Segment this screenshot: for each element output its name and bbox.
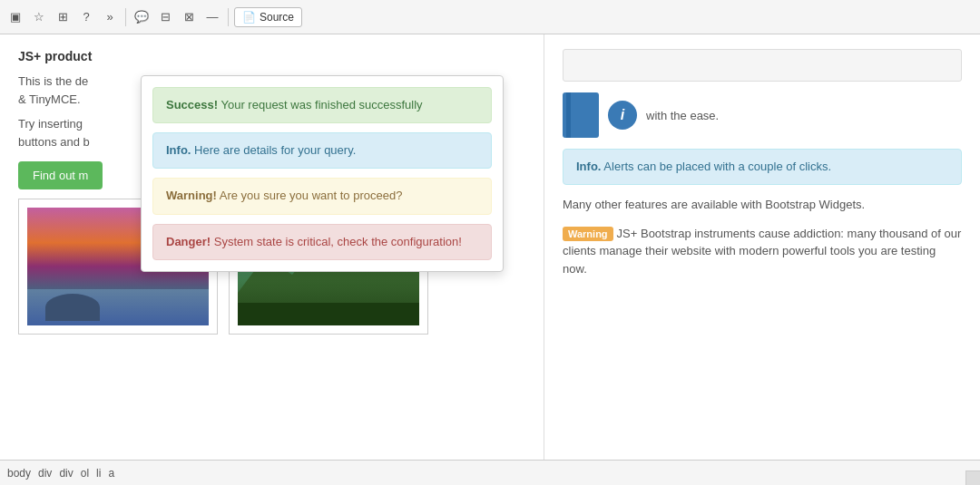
alert-success: Success! Your request was finished succe… <box>152 87 492 123</box>
right-info-alert: Info. Alerts can be placed with a couple… <box>563 149 962 185</box>
table2-icon[interactable]: ⊠ <box>179 7 199 27</box>
right-top-box <box>563 49 962 82</box>
content-area: JS+ product This is the de & TinyMCE. Tr… <box>0 34 980 460</box>
question-icon[interactable]: ? <box>76 7 96 27</box>
alert-warning-label: Warning! <box>166 189 217 202</box>
separator-1 <box>125 8 126 26</box>
alert-success-text: Your request was finished successfully <box>220 98 422 112</box>
scroll-corner <box>965 470 980 485</box>
source-label: Source <box>260 11 294 24</box>
right-info-text: Alerts can be placed with a couple of cl… <box>603 160 831 173</box>
alert-danger: Danger! System state is critical, check … <box>152 224 492 260</box>
statusbar-item-body[interactable]: body <box>7 467 31 480</box>
book-icon <box>563 92 599 138</box>
icon-row: i with the ease. <box>563 92 962 138</box>
dash-icon[interactable]: — <box>202 7 222 27</box>
warning-badge: Warning <box>563 227 613 241</box>
statusbar-item-ol[interactable]: ol <box>81 467 89 480</box>
alert-warning: Warning! Are you sure you want to procee… <box>152 178 492 214</box>
info-circle-icon: i <box>608 101 637 130</box>
statusbar-item-div1[interactable]: div <box>38 467 52 480</box>
alert-danger-label: Danger! <box>166 235 211 248</box>
source-icon: 📄 <box>242 11 256 24</box>
separator-2 <box>228 8 229 26</box>
right-panel: i with the ease. Info. Alerts can be pla… <box>544 34 980 460</box>
toolbar: ▣ ☆ ⊞ ? » 💬 ⊟ ⊠ — 📄 Source <box>0 0 980 34</box>
right-info-label: Info. <box>576 160 601 173</box>
find-out-button[interactable]: Find out m <box>18 161 103 189</box>
comment-icon[interactable]: 💬 <box>132 7 152 27</box>
statusbar: body div div ol li a <box>0 460 980 485</box>
statusbar-item-div2[interactable]: div <box>59 467 73 480</box>
star-icon[interactable]: ☆ <box>29 7 49 27</box>
alert-info-text: Here are details for your query. <box>194 143 356 157</box>
alert-info-label: Info. <box>166 143 191 157</box>
features-text: Many other features are available with B… <box>563 196 962 214</box>
warning-section: WarningJS+ Bootstrap instruments cause a… <box>563 225 962 278</box>
statusbar-item-a[interactable]: a <box>108 467 114 480</box>
alert-warning-text: Are you sure you want to proceed? <box>220 189 403 202</box>
product-title: JS+ product <box>18 49 525 63</box>
alerts-dropdown: Success! Your request was finished succe… <box>141 75 504 272</box>
left-panel: JS+ product This is the de & TinyMCE. Tr… <box>0 34 544 460</box>
table-icon[interactable]: ⊟ <box>155 7 175 27</box>
arrows-icon[interactable]: » <box>100 7 120 27</box>
warning-text: JS+ Bootstrap instruments cause addictio… <box>563 227 961 276</box>
square-icon[interactable]: ▣ <box>5 7 25 27</box>
source-button[interactable]: 📄 Source <box>234 7 302 27</box>
alert-info: Info. Here are details for your query. <box>152 132 492 169</box>
statusbar-item-li[interactable]: li <box>96 467 101 480</box>
alert-danger-text: System state is critical, check the conf… <box>214 235 462 248</box>
grid-icon[interactable]: ⊞ <box>53 7 73 27</box>
alert-success-label: Success! <box>166 98 218 112</box>
ease-text: with the ease. <box>646 109 719 122</box>
